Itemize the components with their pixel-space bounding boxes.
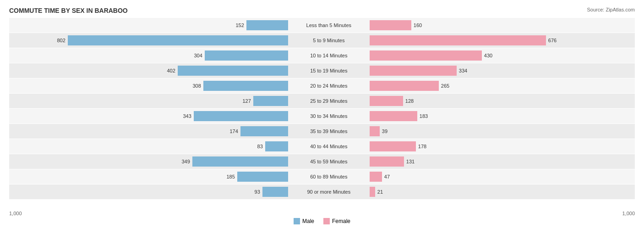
row-label: 30 to 34 Minutes xyxy=(290,113,368,119)
female-value: 430 xyxy=(484,53,492,58)
table-row: 18560 to 89 Minutes47 xyxy=(9,169,635,184)
male-value: 304 xyxy=(190,53,202,58)
table-row: 17435 to 39 Minutes39 xyxy=(9,124,635,139)
row-label: 35 to 39 Minutes xyxy=(290,128,368,134)
female-bar xyxy=(370,81,439,91)
table-row: 34330 to 34 Minutes183 xyxy=(9,109,635,123)
male-bar xyxy=(205,50,288,61)
female-value: 265 xyxy=(441,83,449,89)
source-label: Source: ZipAtlas.com xyxy=(587,7,635,12)
axis-right-label: 1,000 xyxy=(622,211,635,216)
female-value: 676 xyxy=(548,38,557,43)
male-value: 127 xyxy=(238,98,251,104)
female-bar xyxy=(370,35,546,45)
male-bar xyxy=(178,66,288,76)
male-bar xyxy=(192,156,288,167)
male-value: 93 xyxy=(247,189,260,195)
female-value: 183 xyxy=(420,113,428,119)
row-label: Less than 5 Minutes xyxy=(290,22,368,28)
male-value: 402 xyxy=(163,68,175,73)
row-label: 45 to 59 Minutes xyxy=(290,159,368,164)
female-bar xyxy=(370,96,403,106)
male-bar xyxy=(237,172,288,182)
female-value: 178 xyxy=(418,144,426,149)
female-bar xyxy=(370,126,380,136)
male-value: 152 xyxy=(231,22,244,28)
female-bar xyxy=(370,187,375,197)
female-value: 47 xyxy=(384,174,390,179)
female-bar xyxy=(370,66,457,76)
female-bar xyxy=(370,156,404,167)
row-label: 10 to 14 Minutes xyxy=(290,53,368,58)
row-label: 60 to 89 Minutes xyxy=(290,174,368,179)
female-bar xyxy=(370,20,411,30)
male-bar xyxy=(253,96,288,106)
male-bar xyxy=(68,35,288,45)
table-row: 34945 to 59 Minutes131 xyxy=(9,154,635,169)
male-value: 802 xyxy=(53,38,65,43)
male-bar xyxy=(240,126,288,136)
table-row: 30820 to 24 Minutes265 xyxy=(9,78,635,93)
table-row: 8340 to 44 Minutes178 xyxy=(9,139,635,154)
legend: Male Female xyxy=(9,218,635,224)
male-bar xyxy=(262,187,288,197)
legend-female: Female xyxy=(323,218,350,224)
female-value: 39 xyxy=(382,128,387,134)
table-row: 12725 to 29 Minutes128 xyxy=(9,94,635,108)
female-bar xyxy=(370,50,482,61)
male-bar xyxy=(246,20,288,30)
legend-male: Male xyxy=(294,218,314,224)
male-bar xyxy=(265,141,288,151)
male-value: 343 xyxy=(179,113,191,119)
female-value: 128 xyxy=(405,98,414,104)
male-bar xyxy=(203,81,288,91)
male-value: 83 xyxy=(250,144,263,149)
axis-left-label: 1,000 xyxy=(9,211,22,216)
table-row: 9390 or more Minutes21 xyxy=(9,184,635,199)
chart-area: 152Less than 5 Minutes1608025 to 9 Minut… xyxy=(9,18,635,211)
legend-male-label: Male xyxy=(302,218,314,224)
legend-female-label: Female xyxy=(332,218,350,224)
row-label: 5 to 9 Minutes xyxy=(290,38,368,43)
row-label: 40 to 44 Minutes xyxy=(290,144,368,149)
male-value: 308 xyxy=(188,83,201,89)
female-bar xyxy=(370,141,416,151)
table-row: 8025 to 9 Minutes676 xyxy=(9,33,635,48)
row-label: 90 or more Minutes xyxy=(290,189,368,195)
male-value: 174 xyxy=(225,128,238,134)
row-label: 15 to 19 Minutes xyxy=(290,68,368,73)
female-bar xyxy=(370,172,382,182)
table-row: 152Less than 5 Minutes160 xyxy=(9,18,635,33)
chart-container: COMMUTE TIME BY SEX IN BARABOO Source: Z… xyxy=(0,0,644,240)
row-label: 20 to 24 Minutes xyxy=(290,83,368,89)
male-value: 185 xyxy=(222,174,235,179)
female-value: 21 xyxy=(377,189,383,195)
chart-title: COMMUTE TIME BY SEX IN BARABOO xyxy=(9,7,635,14)
male-bar xyxy=(194,111,288,121)
female-value: 334 xyxy=(459,68,467,73)
male-value: 349 xyxy=(177,159,190,164)
row-label: 25 to 29 Minutes xyxy=(290,98,368,104)
legend-female-box xyxy=(323,218,330,224)
female-value: 131 xyxy=(406,159,415,164)
legend-male-box xyxy=(294,218,300,224)
female-value: 160 xyxy=(414,22,422,28)
female-bar xyxy=(370,111,417,121)
table-row: 30410 to 14 Minutes430 xyxy=(9,48,635,63)
table-row: 40215 to 19 Minutes334 xyxy=(9,63,635,78)
